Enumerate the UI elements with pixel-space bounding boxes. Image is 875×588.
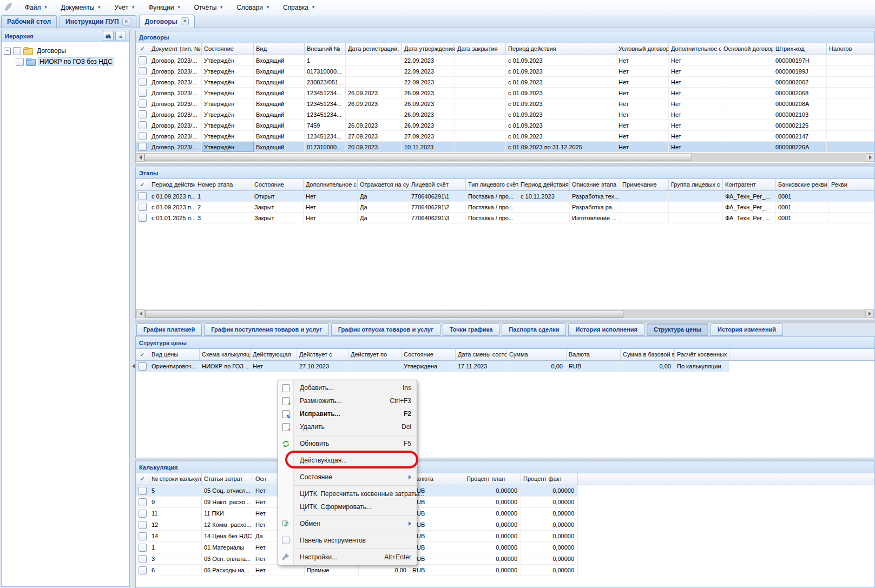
column-header[interactable]: Дата регистрации. (346, 43, 402, 55)
grid-cell[interactable]: 6 (149, 565, 202, 576)
panel-splitter[interactable] (135, 163, 875, 166)
row-checkbox[interactable] (139, 214, 147, 222)
grid-row[interactable]: Договор, 2023/...УтверждёнВходящий017310… (136, 66, 875, 77)
grid-cell[interactable]: Поставка / про... (466, 213, 518, 223)
main-tab[interactable]: Договоры× (139, 15, 195, 28)
grid-cell[interactable]: 7706406291\1 (409, 191, 466, 201)
grid-cell[interactable]: Договор, 2023/... (149, 98, 202, 109)
column-header[interactable]: Валюта (567, 349, 621, 360)
column-header[interactable]: Период действия л (518, 179, 570, 190)
grid-cell[interactable]: Входящий (254, 98, 305, 109)
grid-cell[interactable]: 01 Материалы (202, 542, 253, 553)
grid-cell[interactable]: Нет (669, 55, 721, 65)
grid-cell[interactable]: Нет (616, 88, 669, 98)
grid-cell[interactable]: 0,00000 (521, 497, 578, 507)
grid-cell[interactable]: Прямые (305, 565, 359, 576)
column-header[interactable]: Основной договор (721, 43, 773, 55)
grid-cell[interactable]: Нет (304, 191, 358, 201)
grid-cell[interactable]: Договор, 2023/... (149, 55, 202, 65)
grid-cell[interactable] (518, 202, 570, 212)
grid-cell[interactable]: RUB (410, 497, 464, 507)
grid-cell[interactable]: Нет (616, 142, 669, 152)
grid-cell[interactable]: RUB (410, 508, 464, 519)
grid-cell[interactable]: Нет (304, 202, 358, 212)
row-checkbox[interactable] (139, 67, 147, 75)
grid-cell[interactable]: 0,00000 (464, 519, 521, 530)
grid-row[interactable]: Договор, 2023/...УтверждёнВходящий123451… (136, 88, 875, 98)
grid-cell[interactable]: 26.09.2023 (402, 98, 455, 109)
grid-cell[interactable]: Открыт (252, 191, 304, 201)
grid-row[interactable]: Договор, 2023/...УтверждёнВходящий123451… (136, 131, 875, 142)
grid-cell[interactable]: 12 Комм. расхо... (202, 519, 253, 530)
grid-cell[interactable]: Утверждён (202, 88, 254, 98)
grid-cell[interactable]: 230823/051... (305, 77, 346, 87)
grid-cell[interactable]: 27.10.2023 (297, 361, 348, 372)
grid-cell[interactable]: Договор, 2023/... (149, 142, 202, 152)
column-header[interactable]: Примечание (620, 179, 669, 190)
row-checkbox[interactable] (139, 132, 147, 140)
grid-cell[interactable]: По калькуляции (675, 361, 729, 372)
grid-cell[interactable]: с 01.09.2023 (506, 109, 616, 120)
column-header[interactable]: Валюта (410, 473, 464, 485)
column-header[interactable]: № строки калькул (149, 473, 202, 485)
grid-cell[interactable]: 0000002147 (773, 131, 827, 141)
grid-cell[interactable] (721, 142, 773, 152)
row-checkbox[interactable] (139, 100, 147, 108)
grid-cell[interactable] (721, 131, 773, 141)
grid-cell[interactable] (348, 361, 402, 372)
column-header[interactable]: Схема калькуляци (200, 349, 251, 360)
grid-cell[interactable]: Нет (616, 120, 669, 130)
grid-cell[interactable]: Договор, 2023/... (149, 109, 202, 120)
column-header[interactable]: Штрих-код (773, 43, 827, 55)
grid-cell[interactable] (669, 213, 723, 223)
context-menu-item[interactable]: ЦИТК. Пересчитать косвенные затраты... (278, 487, 417, 500)
grid-cell[interactable]: 9 (149, 497, 202, 507)
column-header[interactable]: Процент факт (521, 473, 578, 485)
grid-cell[interactable]: 0001 (776, 213, 829, 223)
grid-cell[interactable]: Нет (669, 142, 721, 152)
grid-cell[interactable]: Договор, 2023/... (149, 120, 202, 130)
grid-cell[interactable] (346, 55, 402, 65)
column-header[interactable]: Состояние (402, 349, 456, 360)
context-menu-item[interactable]: ОбновитьF5 (278, 437, 417, 450)
context-menu-item[interactable]: ЦИТК. Сформировать... (278, 500, 417, 513)
grid-cell[interactable]: 26.09.2023 (402, 109, 455, 120)
grid-cell[interactable]: 0000002068 (773, 88, 827, 98)
stages-hscrollbar[interactable] (136, 309, 874, 318)
grid-cell[interactable] (827, 142, 875, 152)
grid-cell[interactable]: 11 (149, 508, 202, 519)
grid-cell[interactable]: Утверждён (202, 98, 254, 109)
grid-cell[interactable]: 017310000... (305, 66, 346, 76)
grid-cell[interactable]: ФА_Техн_Рег_... (723, 191, 776, 201)
column-header[interactable]: Банковские рекви (776, 179, 829, 190)
column-header[interactable]: Дополнительное с (669, 43, 721, 55)
column-header[interactable]: Группа лицевых с (669, 179, 723, 190)
grid-cell[interactable] (827, 66, 875, 76)
grid-cell[interactable] (346, 66, 402, 76)
grid-cell[interactable] (721, 66, 773, 76)
grid-cell[interactable]: 0,00000 (521, 508, 578, 519)
main-tab[interactable]: Инструкции ПУП× (60, 15, 136, 28)
grid-cell[interactable] (721, 55, 773, 65)
grid-row[interactable]: Договор, 2023/...УтверждёнВходящий123451… (136, 109, 875, 120)
grid-cell[interactable]: Нет (669, 88, 721, 98)
grid-cell[interactable] (721, 109, 773, 120)
grid-row[interactable]: с 01.01.2025 п...3ЗакрытНетДа7706406291\… (136, 213, 875, 223)
grid-cell[interactable]: Ориентировоч... (149, 361, 200, 372)
grid-cell[interactable]: с 01.09.2023 (506, 88, 616, 98)
grid-cell[interactable]: 11 ПКИ (202, 508, 253, 519)
grid-cell[interactable] (721, 77, 773, 87)
detail-tab[interactable]: График платежей (136, 323, 202, 336)
grid-cell[interactable]: 12 (149, 519, 202, 530)
grid-row[interactable]: 606 Расходы на...НетПрямые0,00RUB0,00000… (136, 565, 578, 576)
grid-cell[interactable]: 26.09.2023 (402, 88, 455, 98)
grid-cell[interactable]: ФА_Техн_Рег_... (723, 202, 776, 212)
grid-cell[interactable]: 22.09.2023 (402, 77, 455, 87)
column-header[interactable]: Действует с (297, 349, 348, 360)
grid-cell[interactable]: 123451234... (305, 109, 346, 120)
grid-cell[interactable] (455, 120, 506, 130)
grid-cell[interactable] (455, 131, 506, 141)
grid-cell[interactable]: с 01.09.2023 (506, 66, 616, 76)
grid-cell[interactable]: 0,00000 (521, 485, 578, 496)
grid-cell[interactable] (827, 55, 875, 65)
